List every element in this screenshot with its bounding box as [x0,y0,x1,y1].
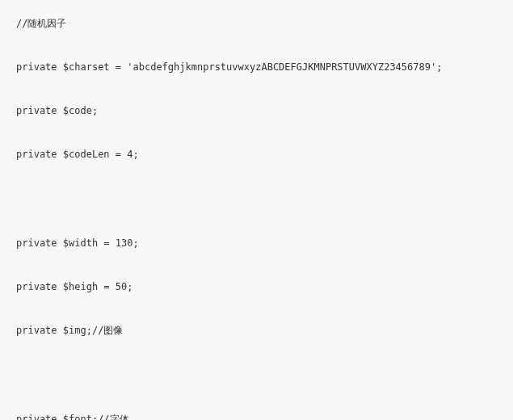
code-line: private $heigh = 50; [16,279,497,294]
code-line: private $font;//字体 [16,412,497,420]
code-line: //随机因子 [16,16,497,31]
code-block: //随机因子 private $charset = 'abcdefghjkmnp… [16,16,497,420]
code-line: private $img;//图像 [16,323,497,338]
code-line: private $code; [16,103,497,118]
code-line: private $width = 130; [16,236,497,250]
code-line: private $charset = 'abcdefghjkmnprstuvwx… [16,60,497,74]
code-line: private $codeLen = 4; [16,147,497,162]
